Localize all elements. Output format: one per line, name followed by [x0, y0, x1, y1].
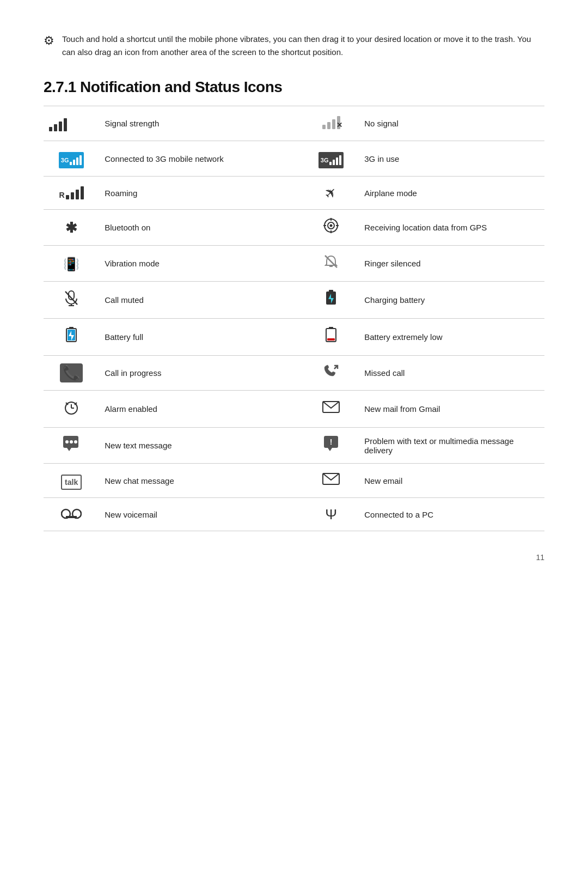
left-icon-vibration: 📳 — [44, 246, 99, 282]
left-label-2: Roaming — [99, 177, 285, 210]
table-row: R Roaming ✈ Airplane mode — [44, 177, 544, 210]
right-icon-gmail — [303, 391, 359, 428]
table-row: Call muted Charging battery — [44, 282, 544, 319]
right-icon-no_signal: ✕ — [303, 106, 359, 141]
right-icon-3g_in_use: 3G — [303, 141, 359, 177]
left-icon-call_progress: 📞 — [44, 356, 99, 391]
right-label-7: Missed call — [359, 356, 544, 391]
table-row: 📞 Call in progress Missed call — [44, 356, 544, 391]
svg-point-34 — [74, 440, 77, 443]
right-icon-charging_battery — [303, 282, 359, 319]
left-label-7: Call in progress — [99, 356, 285, 391]
left-icon-call_muted — [44, 282, 99, 319]
svg-rect-42 — [66, 516, 77, 518]
left-label-5: Call muted — [99, 282, 285, 319]
left-icon-voicemail — [44, 498, 99, 531]
table-row: Signal strength ✕ No signal — [44, 106, 544, 141]
right-label-0: No signal — [359, 106, 544, 141]
table-row: Battery full Battery extremely low — [44, 319, 544, 356]
right-label-10: New email — [359, 464, 544, 498]
right-label-1: 3G in use — [359, 141, 544, 177]
intro-block: ⚙ Touch and hold a shortcut until the mo… — [44, 33, 544, 59]
right-label-4: Ringer silenced — [359, 246, 544, 282]
page-number: 11 — [44, 553, 544, 562]
right-label-3: Receiving location data from GPS — [359, 210, 544, 246]
table-row: ✱ Bluetooth on Receiving location data f… — [44, 210, 544, 246]
table-row: New text message ! Problem with text or … — [44, 428, 544, 464]
left-label-0: Signal strength — [99, 106, 285, 141]
svg-rect-22 — [327, 338, 335, 341]
right-label-5: Charging battery — [359, 282, 544, 319]
right-icon-missed_call — [303, 356, 359, 391]
section-title: 2.7.1 Notification and Status Icons — [44, 78, 544, 96]
svg-rect-14 — [329, 290, 333, 292]
right-icon-gps — [303, 210, 359, 246]
left-label-1: Connected to 3G mobile network — [99, 141, 285, 177]
left-label-8: Alarm enabled — [99, 391, 285, 428]
svg-point-2 — [330, 224, 333, 227]
left-label-10: New chat message — [99, 464, 285, 498]
icon-table: Signal strength ✕ No signal 3G — [44, 106, 544, 531]
svg-point-32 — [65, 440, 69, 443]
svg-marker-35 — [67, 448, 71, 451]
shortcut-icon: ⚙ — [44, 34, 54, 48]
left-icon-battery_full — [44, 319, 99, 356]
left-label-11: New voicemail — [99, 498, 285, 531]
right-icon-usb: Ψ — [303, 498, 359, 531]
right-icon-ringer_silenced — [303, 246, 359, 282]
left-label-4: Vibration mode — [99, 246, 285, 282]
right-icon-new_email — [303, 464, 359, 498]
talk-icon: talk — [61, 475, 82, 490]
svg-marker-38 — [328, 448, 332, 451]
table-row: talk New chat message New email — [44, 464, 544, 498]
table-row: 📳 Vibration mode Ringer silenced — [44, 246, 544, 282]
left-icon-chat: talk — [44, 464, 99, 498]
right-icon-battery_low — [303, 319, 359, 356]
table-row: Alarm enabled New mail from Gmail — [44, 391, 544, 428]
left-icon-bluetooth: ✱ — [44, 210, 99, 246]
left-icon-3g_connected: 3G — [44, 141, 99, 177]
svg-text:!: ! — [330, 438, 333, 446]
svg-point-33 — [70, 440, 73, 443]
svg-rect-17 — [69, 327, 74, 329]
left-icon-alarm — [44, 391, 99, 428]
right-label-11: Connected to a PC — [359, 498, 544, 531]
right-icon-airplane: ✈ — [303, 177, 359, 210]
left-icon-roaming: R — [44, 177, 99, 210]
right-label-8: New mail from Gmail — [359, 391, 544, 428]
right-icon-mms_problem: ! — [303, 428, 359, 464]
right-label-9: Problem with text or multimedia message … — [359, 428, 544, 464]
table-row: 3G Connected to 3G mobile network 3G — [44, 141, 544, 177]
left-icon-signal_strength — [44, 106, 99, 141]
right-label-2: Airplane mode — [359, 177, 544, 210]
left-label-9: New text message — [99, 428, 285, 464]
left-icon-new_text — [44, 428, 99, 464]
intro-text: Touch and hold a shortcut until the mobi… — [62, 33, 544, 59]
left-label-6: Battery full — [99, 319, 285, 356]
svg-rect-21 — [329, 327, 333, 329]
right-label-6: Battery extremely low — [359, 319, 544, 356]
left-label-3: Bluetooth on — [99, 210, 285, 246]
table-row: New voicemail Ψ Connected to a PC — [44, 498, 544, 531]
